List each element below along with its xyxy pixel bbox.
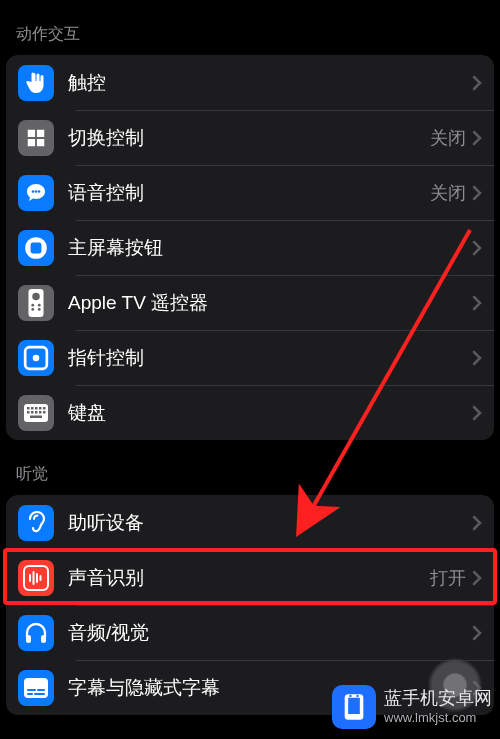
speech-bubble-icon: [18, 175, 54, 211]
chevron-right-icon: [472, 515, 482, 531]
svg-point-38: [349, 695, 351, 697]
watermark-badge-icon: [332, 685, 376, 729]
svg-rect-23: [43, 411, 46, 414]
svg-point-1: [35, 190, 38, 193]
svg-point-10: [38, 308, 41, 311]
section-header-hearing: 听觉: [0, 440, 500, 495]
chevron-right-icon: [472, 405, 482, 421]
chevron-right-icon: [472, 570, 482, 586]
row-value: 关闭: [430, 181, 466, 205]
settings-row-sound-recognition[interactable]: 声音识别打开: [6, 550, 494, 605]
chevron-right-icon: [472, 130, 482, 146]
svg-rect-4: [31, 242, 42, 253]
row-label: 指针控制: [68, 345, 472, 371]
chevron-right-icon: [472, 75, 482, 91]
svg-rect-31: [41, 635, 46, 643]
headphones-icon: [18, 615, 54, 651]
settings-row-keyboard[interactable]: 键盘: [6, 385, 494, 440]
settings-row-audio-visual[interactable]: 音频/视觉: [6, 605, 494, 660]
row-label: Apple TV 遥控器: [68, 290, 472, 316]
keyboard-icon: [18, 395, 54, 431]
svg-point-6: [32, 292, 40, 300]
svg-point-12: [33, 354, 40, 361]
row-label: 键盘: [68, 400, 472, 426]
settings-row-switch-control[interactable]: 切换控制关闭: [6, 110, 494, 165]
pointer-box-icon: [18, 340, 54, 376]
row-label: 语音控制: [68, 180, 430, 206]
svg-point-9: [31, 308, 34, 311]
home-circle-icon: [18, 230, 54, 266]
chevron-right-icon: [472, 185, 482, 201]
row-label: 声音识别: [68, 565, 430, 591]
watermark: 蓝手机安卓网 www.lmkjst.com: [332, 685, 492, 729]
svg-point-7: [31, 303, 34, 306]
svg-rect-17: [39, 407, 42, 410]
settings-row-home-button[interactable]: 主屏幕按钮: [6, 220, 494, 275]
svg-rect-16: [35, 407, 38, 410]
settings-row-touch[interactable]: 触控: [6, 55, 494, 110]
svg-point-0: [32, 190, 35, 193]
svg-rect-19: [27, 411, 30, 414]
svg-rect-15: [31, 407, 34, 410]
svg-rect-21: [35, 411, 38, 414]
row-label: 主屏幕按钮: [68, 235, 472, 261]
svg-point-8: [38, 303, 41, 306]
section-header-interaction: 动作交互: [0, 0, 500, 55]
settings-row-voice-control[interactable]: 语音控制关闭: [6, 165, 494, 220]
chevron-right-icon: [472, 295, 482, 311]
hand-icon: [18, 65, 54, 101]
chevron-right-icon: [472, 240, 482, 256]
svg-rect-30: [26, 635, 31, 643]
row-value: 打开: [430, 566, 466, 590]
svg-rect-24: [30, 415, 42, 418]
row-label: 助听设备: [68, 510, 472, 536]
settings-row-pointer-control[interactable]: 指针控制: [6, 330, 494, 385]
settings-row-hearing-devices[interactable]: 助听设备: [6, 495, 494, 550]
ear-icon: [18, 505, 54, 541]
caption-icon: [18, 670, 54, 706]
svg-point-2: [38, 190, 41, 193]
watermark-url: www.lmkjst.com: [384, 710, 492, 726]
row-label: 触控: [68, 70, 472, 96]
settings-row-appletv-remote[interactable]: Apple TV 遥控器: [6, 275, 494, 330]
remote-icon: [18, 285, 54, 321]
watermark-title: 蓝手机安卓网: [384, 688, 492, 710]
svg-rect-18: [43, 407, 46, 410]
row-label: 音频/视觉: [68, 620, 472, 646]
grid-icon: [18, 120, 54, 156]
chevron-right-icon: [472, 350, 482, 366]
chevron-right-icon: [472, 625, 482, 641]
svg-rect-22: [39, 411, 42, 414]
svg-point-39: [356, 695, 358, 697]
svg-rect-14: [27, 407, 30, 410]
waveform-icon: [18, 560, 54, 596]
row-label: 切换控制: [68, 125, 430, 151]
settings-group-interaction: 触控切换控制关闭语音控制关闭主屏幕按钮Apple TV 遥控器指针控制键盘: [6, 55, 494, 440]
row-value: 关闭: [430, 126, 466, 150]
svg-rect-20: [31, 411, 34, 414]
settings-group-hearing: 助听设备声音识别打开音频/视觉字幕与隐藏式字幕: [6, 495, 494, 715]
